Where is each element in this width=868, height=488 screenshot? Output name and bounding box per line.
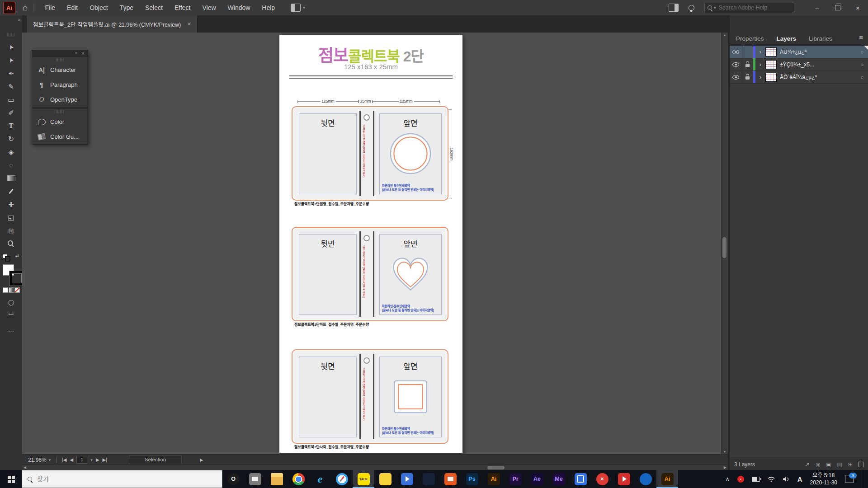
- swap-fill-stroke-icon[interactable]: ⇄: [15, 253, 19, 258]
- menu-item[interactable]: View: [196, 4, 222, 11]
- start-button[interactable]: [0, 470, 22, 488]
- layer-row[interactable]: › ÀÛ¾÷¿µ¿ª ○: [730, 46, 868, 58]
- premiere-icon[interactable]: Pr: [505, 470, 526, 488]
- panel-tab[interactable]: Layers: [777, 35, 797, 42]
- stock-app-icon[interactable]: [418, 470, 439, 488]
- opera-icon[interactable]: O: [222, 470, 244, 488]
- shape-builder-tool[interactable]: ◱: [0, 211, 22, 224]
- red-circle-app-icon[interactable]: ×: [591, 470, 613, 488]
- illustrator-running-icon[interactable]: Ai: [656, 470, 678, 488]
- puppet-warp-tool[interactable]: ✚: [0, 198, 22, 211]
- none-button[interactable]: [14, 287, 20, 293]
- action-center-icon[interactable]: 3: [845, 475, 854, 483]
- panel-menu-icon[interactable]: ≡: [859, 33, 863, 41]
- lock-toggle[interactable]: [742, 46, 753, 58]
- discover-lightbulb-icon[interactable]: [689, 5, 694, 11]
- taskbar-clock[interactable]: 오후 5:18 2020-11-30: [810, 472, 838, 486]
- menu-item[interactable]: File: [39, 4, 61, 11]
- paragraph-icon[interactable]: Paragraph: [32, 77, 88, 92]
- gradient-button[interactable]: [9, 287, 14, 293]
- safari-icon[interactable]: [331, 470, 353, 488]
- aftereffects-icon[interactable]: Ae: [526, 470, 548, 488]
- zoom-tool[interactable]: [0, 237, 22, 250]
- visibility-toggle[interactable]: [730, 71, 742, 83]
- direct-selection-tool[interactable]: ➤: [0, 54, 22, 67]
- collect-for-export-icon[interactable]: ↗: [805, 461, 810, 468]
- lock-toggle[interactable]: [742, 71, 753, 83]
- type-tool[interactable]: T: [0, 119, 22, 132]
- eyedropper-tool[interactable]: [0, 185, 22, 198]
- document-tab[interactable]: 점보콜렉트북_2단-작업템플릿.ai @ 21.96% (CMYK/Previe…: [27, 15, 198, 33]
- pen-tool[interactable]: ✒: [0, 67, 22, 80]
- lock-toggle[interactable]: [742, 58, 753, 70]
- taskbar-search[interactable]: [22, 470, 222, 488]
- workspace-switcher[interactable]: ▾: [291, 4, 305, 12]
- blue-app-icon[interactable]: [570, 470, 591, 488]
- eraser-tool[interactable]: ◈: [0, 145, 22, 159]
- show-desktop-button[interactable]: [862, 470, 864, 488]
- layer-target-icon[interactable]: ○: [856, 75, 868, 80]
- screen-mode-icon[interactable]: ▭: [0, 310, 22, 317]
- previous-artboard-icon[interactable]: ◀: [70, 457, 74, 462]
- adobe-help-search[interactable]: ▾: [704, 3, 794, 13]
- layer-row[interactable]: › ÃÖ´ëÀÎ¼â¿µ¿ª ○: [730, 71, 868, 84]
- arrange-documents-icon[interactable]: [669, 4, 679, 12]
- next-artboard-icon[interactable]: ▶: [96, 457, 99, 462]
- layer-target-icon[interactable]: ○: [856, 62, 868, 67]
- mediaencoder-icon[interactable]: Me: [548, 470, 570, 488]
- panel-tab[interactable]: Properties: [736, 35, 764, 42]
- collapse-icons-icon[interactable]: »: [75, 51, 77, 55]
- menu-item[interactable]: Object: [84, 4, 113, 11]
- draw-mode-icon[interactable]: ◯: [0, 299, 22, 305]
- close-panel-icon[interactable]: ×: [82, 51, 85, 56]
- panel-drag-handle[interactable]: ||||||: [0, 33, 22, 37]
- layer-name[interactable]: ÃÖ´ëÀÎ¼â¿µ¿ª: [780, 74, 856, 80]
- taskbar-search-input[interactable]: [36, 475, 174, 483]
- chevron-down-icon[interactable]: ▾: [90, 458, 93, 462]
- visibility-toggle[interactable]: [730, 58, 742, 70]
- gradient-tool[interactable]: [0, 172, 22, 185]
- selection-tool[interactable]: ➤: [0, 41, 22, 54]
- internet-explorer-icon[interactable]: e: [309, 470, 331, 488]
- zoom-level-control[interactable]: 21.96%▾: [28, 457, 51, 463]
- floating-panel-header[interactable]: » ×: [32, 50, 88, 57]
- antivirus-icon[interactable]: ×: [737, 476, 744, 483]
- red-app-icon[interactable]: [613, 470, 635, 488]
- menu-item[interactable]: Effect: [169, 4, 197, 11]
- orange-app-icon[interactable]: [439, 470, 461, 488]
- gray-app-icon[interactable]: [244, 470, 266, 488]
- menu-item[interactable]: Help: [256, 4, 281, 11]
- rotate-tool[interactable]: ↻: [0, 132, 22, 145]
- artboard[interactable]: 점보콜렉트북 2단 125 x163 x 25mm 125mm 25mm 125…: [279, 35, 462, 453]
- adobe-help-search-input[interactable]: [718, 4, 778, 11]
- menu-item[interactable]: Type: [114, 4, 139, 11]
- make-clipping-mask-icon[interactable]: ▣: [826, 461, 831, 468]
- floating-panel[interactable]: » × |||||| Character Paragraph: [32, 50, 88, 145]
- layer-name[interactable]: ÀÛ¾÷¿µ¿ª: [780, 49, 856, 55]
- panel-drag-handle[interactable]: ||||||: [32, 109, 88, 114]
- fill-stroke-mini[interactable]: ⇄: [3, 254, 20, 260]
- close-tab-icon[interactable]: ×: [187, 20, 191, 28]
- sticky-notes-icon[interactable]: [374, 470, 396, 488]
- book-template[interactable]: 뒷면 스프링 타공 영역(중요 이미지·글씨 금지) 앞면: [292, 106, 448, 201]
- status-expand-icon[interactable]: ▶: [200, 458, 203, 462]
- layer-row[interactable]: › ±ÝÇü¼±_x5... ○: [730, 58, 868, 71]
- restore-button[interactable]: [827, 0, 848, 15]
- first-artboard-icon[interactable]: |◀: [62, 457, 66, 462]
- artboard-tool[interactable]: ⊞: [0, 224, 22, 237]
- delete-layer-icon[interactable]: [859, 462, 863, 467]
- expand-layer-icon[interactable]: ›: [755, 74, 765, 80]
- chrome-icon[interactable]: [288, 470, 309, 488]
- expand-layer-icon[interactable]: ›: [755, 48, 765, 55]
- fill-stroke-indicator[interactable]: [2, 265, 20, 284]
- lasso-tool[interactable]: ◌: [0, 159, 22, 172]
- opentype-icon[interactable]: OpenType: [32, 92, 88, 107]
- rectangle-tool[interactable]: ▭: [0, 93, 22, 106]
- photoshop-icon[interactable]: Ps: [461, 470, 483, 488]
- menu-item[interactable]: Window: [222, 4, 256, 11]
- expand-layer-icon[interactable]: ›: [755, 61, 765, 68]
- curvature-tool[interactable]: ✎: [0, 80, 22, 93]
- home-icon[interactable]: ⌂: [23, 3, 28, 13]
- media-player-icon[interactable]: [396, 470, 418, 488]
- panel-drag-handle[interactable]: ||||||: [32, 57, 88, 62]
